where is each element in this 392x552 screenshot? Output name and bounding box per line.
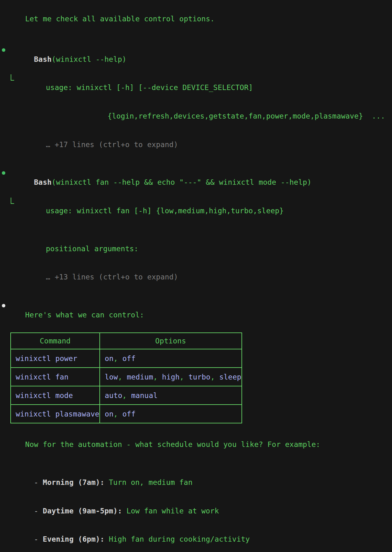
option-separator: , <box>122 391 131 400</box>
tool-output-text: {login,refresh,devices,getstate,fan,powe… <box>46 112 385 120</box>
tool-call-header: Bash(winixctl fan --help && echo "---" &… <box>0 168 392 197</box>
option-value: turbo <box>188 373 210 381</box>
schedule-label: Morning (7am): <box>43 478 104 486</box>
tool-call-header: Bash(winixctl --help) <box>0 45 392 74</box>
bash-command: (winixctl --help) <box>52 55 127 63</box>
table-header-options: Options <box>100 333 242 349</box>
expand-hint-text[interactable]: … +13 lines (ctrl+o to expand) <box>46 273 178 281</box>
table-cell-command: winixctl plasmawave <box>11 405 100 423</box>
control-table: Command Options winixctl power on, off w… <box>10 332 242 423</box>
tool-bullet-icon <box>2 48 5 52</box>
table-row: winixctl plasmawave on, off <box>11 405 242 423</box>
expand-hint[interactable]: … +13 lines (ctrl+o to expand) <box>0 263 392 291</box>
option-value: medium <box>127 373 153 381</box>
list-dash: - <box>34 478 38 486</box>
table-header-command: Command <box>11 333 100 349</box>
option-separator: , <box>114 410 122 418</box>
option-value: auto <box>105 391 122 400</box>
bash-label: Bash <box>34 178 51 186</box>
table-cell-options: auto, manual <box>100 386 242 405</box>
option-separator: , <box>153 373 162 381</box>
schedule-list: -Morning (7am):Turn on, medium fan -Dayt… <box>0 468 392 552</box>
tool-output-blank-line <box>0 225 392 234</box>
table-cell-options: low, medium, high, turbo, sleep <box>100 368 242 386</box>
option-value: manual <box>131 391 157 400</box>
expand-hint[interactable]: … +17 lines (ctrl+o to expand) <box>0 130 392 159</box>
intro-label: Let me check all available control optio… <box>25 15 215 23</box>
option-value: sleep <box>219 373 241 381</box>
tool-output-line: positional arguments: <box>0 234 392 263</box>
tool-call-fan-mode-help: Bash(winixctl fan --help && echo "---" &… <box>0 168 392 291</box>
option-separator: , <box>118 373 127 381</box>
tool-output-text: positional arguments: <box>46 245 138 253</box>
option-value: low <box>105 373 118 381</box>
tool-output-text: usage: winixctl [-h] [--device DEVICE_SE… <box>46 83 253 92</box>
assistant-table-intro: Here's what we can control: <box>0 301 392 329</box>
bash-label: Bash <box>34 55 51 63</box>
table-header-row: Command Options <box>11 333 242 349</box>
assistant-intro-text: Let me check all available control optio… <box>0 5 392 33</box>
schedule-text: High fan during cooking/activity <box>109 535 250 543</box>
terminal-transcript: Let me check all available control optio… <box>0 0 392 552</box>
table-cell-command: winixctl fan <box>11 368 100 386</box>
option-value: on <box>105 354 114 363</box>
list-dash: - <box>34 507 38 515</box>
schedule-label: Daytime (9am-5pm): <box>43 507 122 515</box>
result-elbow-icon <box>11 74 14 81</box>
list-item: -Evening (6pm):High fan during cooking/a… <box>0 525 392 552</box>
table-cell-options: on, off <box>100 349 242 368</box>
option-separator: , <box>210 373 219 381</box>
list-item: -Morning (7am):Turn on, medium fan <box>0 468 392 497</box>
option-value: high <box>162 373 180 381</box>
bash-command: (winixctl fan --help && echo "---" && wi… <box>52 178 312 186</box>
tool-call-help: Bash(winixctl --help) usage: winixctl [-… <box>0 45 392 159</box>
tool-output-line: {login,refresh,devices,getstate,fan,powe… <box>0 102 392 130</box>
schedule-text: Turn on, medium fan <box>109 478 193 486</box>
schedule-text: Low fan while at work <box>126 507 219 515</box>
assistant-automation-question: Now for the automation - what schedule w… <box>0 430 392 459</box>
expand-hint-text[interactable]: … +17 lines (ctrl+o to expand) <box>46 141 178 149</box>
tool-output-text: usage: winixctl fan [-h] {low,medium,hig… <box>46 207 284 215</box>
tool-bullet-icon <box>2 171 5 175</box>
result-elbow-icon <box>11 198 14 204</box>
option-value: off <box>122 410 135 418</box>
table-row: winixctl mode auto, manual <box>11 386 242 405</box>
option-separator: , <box>180 373 188 381</box>
table-intro-text: Here's what we can control: <box>25 311 144 319</box>
table-row: winixctl fan low, medium, high, turbo, s… <box>11 368 242 386</box>
table-row: winixctl power on, off <box>11 349 242 368</box>
assistant-bullet-icon <box>2 304 5 307</box>
automation-question-text: Now for the automation - what schedule w… <box>25 440 320 449</box>
option-separator: , <box>114 354 122 363</box>
schedule-label: Evening (6pm): <box>43 535 104 543</box>
list-item: -Daytime (9am-5pm):Low fan while at work <box>0 497 392 525</box>
table-cell-command: winixctl power <box>11 349 100 368</box>
option-value: on <box>105 410 114 418</box>
tool-output-line: usage: winixctl fan [-h] {low,medium,hig… <box>0 197 392 225</box>
list-dash: - <box>34 535 38 543</box>
tool-output-line: usage: winixctl [-h] [--device DEVICE_SE… <box>0 73 392 102</box>
table-cell-options: on, off <box>100 405 242 423</box>
option-value: off <box>122 354 135 363</box>
table-cell-command: winixctl mode <box>11 386 100 405</box>
